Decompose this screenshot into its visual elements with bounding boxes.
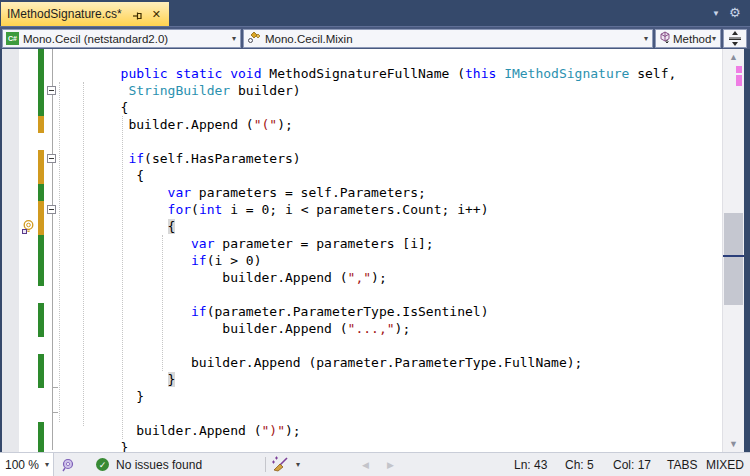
- code-text: var parameter = parameters [i];: [58, 235, 722, 252]
- code-line[interactable]: {: [2, 99, 722, 116]
- code-text: StringBuilder builder): [58, 82, 722, 99]
- glyph-cell: [2, 405, 19, 422]
- glyph-cell: [2, 388, 19, 405]
- code-cleanup-caret[interactable]: ▾: [296, 453, 300, 476]
- scroll-up-icon[interactable]: ▲: [723, 52, 744, 62]
- outline-margin: [44, 82, 58, 99]
- project-dropdown[interactable]: C# Mono.Cecil (netstandard2.0) ▾: [2, 29, 241, 48]
- document-tab[interactable]: IMethodSignature.cs* ✕: [1, 2, 169, 26]
- member-dropdown[interactable]: MethodSignature ▾: [655, 29, 721, 48]
- selection-margin: [19, 65, 38, 82]
- outline-margin: [44, 286, 58, 303]
- scrollbar-annotation: [736, 66, 742, 73]
- glyph-cell: [2, 116, 19, 133]
- hscroll-left-icon[interactable]: ◀: [362, 453, 369, 476]
- project-dropdown-label: Mono.Cecil (netstandard2.0): [23, 33, 168, 45]
- scrollbar-thumb[interactable]: [724, 213, 743, 305]
- issues-status[interactable]: ✓ No issues found: [96, 453, 202, 476]
- code-line[interactable]: [2, 133, 722, 150]
- mixed-indicator: MIXED: [706, 453, 744, 476]
- code-text: [58, 133, 722, 150]
- selection-margin: [19, 82, 38, 99]
- csharp-project-icon: C#: [6, 32, 19, 45]
- split-icon: [729, 31, 741, 46]
- zoom-control[interactable]: 100 % ▾: [0, 453, 54, 476]
- selection-margin: [19, 201, 38, 218]
- glyph-cell: [2, 201, 19, 218]
- outline-margin: [44, 235, 58, 252]
- outline-margin: [44, 167, 58, 184]
- outline-margin: [44, 439, 58, 452]
- vertical-scrollbar[interactable]: ▲ ▼: [722, 49, 744, 452]
- code-line[interactable]: var parameters = self.Parameters;: [2, 184, 722, 201]
- code-line[interactable]: builder.Append ("...,");: [2, 320, 722, 337]
- check-circle-icon: ✓: [96, 458, 109, 471]
- glyph-cell: [2, 235, 19, 252]
- code-line[interactable]: {: [2, 218, 722, 235]
- code-text: builder.Append (")");: [58, 422, 722, 439]
- code-text: for(int i = 0; i < parameters.Count; i++…: [58, 201, 722, 218]
- outline-margin: [44, 133, 58, 150]
- code-text: public static void MethodSignatureFullNa…: [58, 65, 722, 82]
- outline-collapse-icon[interactable]: [47, 154, 56, 163]
- outline-margin: [44, 269, 58, 286]
- code-text: {: [58, 167, 722, 184]
- glyph-cell: [2, 269, 19, 286]
- health-indicator-icon[interactable]: [60, 453, 76, 476]
- glyph-cell: [2, 354, 19, 371]
- selection-margin: [19, 388, 38, 405]
- tab-strip: IMethodSignature.cs* ✕ ▼ ⚙: [0, 0, 750, 26]
- code-line[interactable]: {: [2, 167, 722, 184]
- outline-margin: [44, 252, 58, 269]
- code-line[interactable]: }: [2, 439, 722, 452]
- code-line[interactable]: builder.Append (parameter.ParameterType.…: [2, 354, 722, 371]
- code-line[interactable]: }: [2, 388, 722, 405]
- close-icon[interactable]: ✕: [152, 8, 161, 20]
- code-editor[interactable]: public static void MethodSignatureFullNa…: [2, 49, 744, 452]
- hscroll-right-icon[interactable]: ▶: [387, 453, 394, 476]
- code-line[interactable]: for(int i = 0; i < parameters.Count; i++…: [2, 201, 722, 218]
- code-line[interactable]: builder.Append (")");: [2, 422, 722, 439]
- code-line[interactable]: [2, 337, 722, 354]
- outline-margin: [44, 354, 58, 371]
- code-line[interactable]: }: [2, 371, 722, 388]
- glyph-cell: [2, 150, 19, 167]
- code-line[interactable]: if(self.HasParameters): [2, 150, 722, 167]
- code-line[interactable]: StringBuilder builder): [2, 82, 722, 99]
- method-icon: [659, 31, 671, 46]
- code-text: }: [58, 439, 722, 452]
- code-line[interactable]: if(parameter.ParameterType.IsSentinel): [2, 303, 722, 320]
- selection-margin: [19, 269, 38, 286]
- code-line[interactable]: if(i > 0): [2, 252, 722, 269]
- outline-margin: [44, 337, 58, 354]
- outline-margin: [44, 201, 58, 218]
- selection-margin: [19, 320, 38, 337]
- code-line[interactable]: var parameter = parameters [i];: [2, 235, 722, 252]
- glyph-cell: [2, 286, 19, 303]
- gear-icon[interactable]: ⚙: [729, 5, 741, 20]
- code-line[interactable]: builder.Append ("(");: [2, 116, 722, 133]
- code-cleanup-button[interactable]: [271, 453, 290, 476]
- glyph-cell: [2, 99, 19, 116]
- tab-overflow-icon[interactable]: ▼: [712, 9, 720, 18]
- caret-position-mark: [723, 255, 744, 257]
- glyph-cell: [2, 65, 19, 82]
- scroll-down-icon[interactable]: ▼: [723, 439, 744, 449]
- code-line[interactable]: [2, 286, 722, 303]
- code-line-partial[interactable]: [2, 49, 722, 65]
- glyph-cell: [2, 320, 19, 337]
- split-window-button[interactable]: [723, 29, 747, 48]
- outline-margin: [44, 371, 58, 388]
- code-line[interactable]: [2, 405, 722, 422]
- type-dropdown[interactable]: Mono.Cecil.Mixin ▾: [243, 29, 653, 48]
- chevron-down-icon: ▾: [644, 34, 648, 43]
- code-text: }: [58, 388, 722, 405]
- outline-collapse-icon[interactable]: [47, 205, 56, 214]
- glyph-cell: [2, 184, 19, 201]
- outline-collapse-icon[interactable]: [47, 86, 56, 95]
- document-tab-title: IMethodSignature.cs*: [7, 7, 122, 21]
- code-text: {: [58, 99, 722, 116]
- code-line[interactable]: public static void MethodSignatureFullNa…: [2, 65, 722, 82]
- code-line[interactable]: builder.Append (",");: [2, 269, 722, 286]
- pin-icon[interactable]: [132, 8, 144, 20]
